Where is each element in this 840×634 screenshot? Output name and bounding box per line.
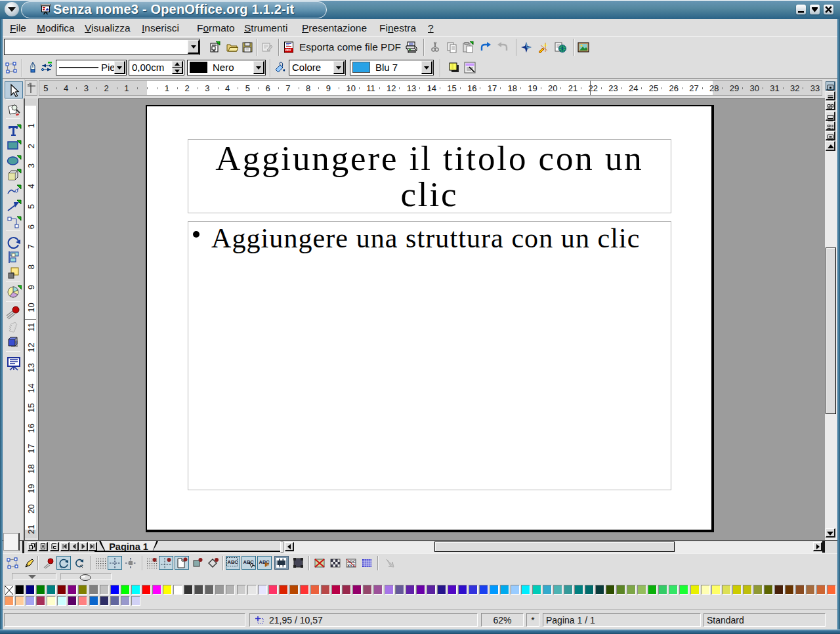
svg-text:ABC: ABC bbox=[228, 559, 239, 564]
